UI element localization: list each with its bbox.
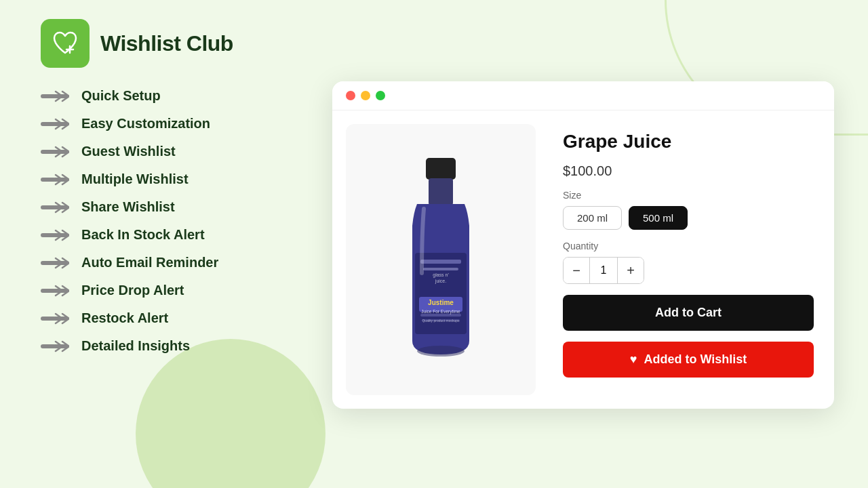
sidebar-item-detailed-insights[interactable]: Detailed Insights <box>41 338 218 354</box>
product-name: Grape Juice <box>563 131 814 152</box>
sidebar-item-easy-customization[interactable]: Easy Customization <box>41 116 218 131</box>
quantity-decrease-button[interactable]: − <box>564 258 589 283</box>
browser-dot-red[interactable] <box>346 91 355 100</box>
quantity-value: 1 <box>589 258 618 283</box>
sidebar-item-label: Back In Stock Alert <box>81 227 205 243</box>
sidebar: Quick Setup Easy Customization <box>41 88 218 354</box>
arrow-icon <box>41 228 69 242</box>
size-label: Size <box>563 190 814 201</box>
product-image-container: glass n' juice. Justime Juice For Everyt… <box>346 124 536 395</box>
browser-window: glass n' juice. Justime Juice For Everyt… <box>332 81 834 409</box>
heart-icon: ♥ <box>630 352 637 367</box>
browser-bar <box>332 81 834 110</box>
svg-rect-23 <box>429 178 453 205</box>
svg-text:Quality product mockups: Quality product mockups <box>422 319 460 323</box>
browser-dot-yellow[interactable] <box>361 91 370 100</box>
header: Wishlist Club <box>0 0 868 81</box>
svg-text:Juice For Everytime: Juice For Everytime <box>421 309 460 314</box>
size-btn-200ml[interactable]: 200 ml <box>563 206 622 230</box>
size-btn-500ml[interactable]: 500 ml <box>629 206 688 230</box>
sidebar-item-quick-setup[interactable]: Quick Setup <box>41 88 218 104</box>
quantity-increase-button[interactable]: + <box>618 258 644 283</box>
svg-text:Justime: Justime <box>428 299 454 306</box>
svg-rect-22 <box>426 158 456 180</box>
svg-rect-26 <box>423 268 458 270</box>
sidebar-item-restock-alert[interactable]: Restock Alert <box>41 310 218 326</box>
app-title: Wishlist Club <box>100 31 233 56</box>
quantity-section: Quantity − 1 + <box>563 241 814 284</box>
svg-point-35 <box>417 346 465 357</box>
sidebar-item-multiple-wishlist[interactable]: Multiple Wishlist <box>41 171 218 187</box>
arrow-icon <box>41 201 69 214</box>
arrow-icon <box>41 89 69 103</box>
logo-box <box>41 19 90 68</box>
sidebar-item-label: Price Drop Alert <box>81 283 184 298</box>
arrow-icon <box>41 340 69 353</box>
size-section: Size 200 ml 500 ml <box>563 190 814 230</box>
quantity-control: − 1 + <box>563 257 644 284</box>
sidebar-item-label: Guest Wishlist <box>81 144 176 159</box>
sidebar-item-back-in-stock-alert[interactable]: Back In Stock Alert <box>41 227 218 243</box>
arrow-icon <box>41 312 69 325</box>
add-to-cart-button[interactable]: Add to Cart <box>563 295 814 331</box>
sidebar-item-auto-email-reminder[interactable]: Auto Email Reminder <box>41 255 218 270</box>
sidebar-item-label: Detailed Insights <box>81 338 190 354</box>
sidebar-item-label: Auto Email Reminder <box>81 255 218 270</box>
size-options: 200 ml 500 ml <box>563 206 814 230</box>
sidebar-item-label: Restock Alert <box>81 310 168 326</box>
arrow-icon <box>41 173 69 186</box>
browser-dot-green[interactable] <box>376 91 385 100</box>
product-price: $100.00 <box>563 163 814 179</box>
wishlist-label: Added to Wishlist <box>644 352 747 367</box>
product-details: Grape Juice $100.00 Size 200 ml 500 ml Q… <box>549 124 821 395</box>
svg-text:glass n': glass n' <box>433 272 449 278</box>
svg-rect-28 <box>420 314 461 317</box>
arrow-icon <box>41 284 69 298</box>
bg-decoration-blob <box>136 339 326 488</box>
svg-text:juice.: juice. <box>435 279 446 284</box>
sidebar-item-label: Easy Customization <box>81 116 210 131</box>
added-to-wishlist-button[interactable]: ♥ Added to Wishlist <box>563 342 814 378</box>
arrow-icon <box>41 256 69 270</box>
sidebar-item-guest-wishlist[interactable]: Guest Wishlist <box>41 144 218 159</box>
sidebar-item-label: Multiple Wishlist <box>81 171 189 187</box>
sidebar-item-label: Quick Setup <box>81 88 161 104</box>
product-area: glass n' juice. Justime Juice For Everyt… <box>332 110 834 409</box>
sidebar-item-price-drop-alert[interactable]: Price Drop Alert <box>41 283 218 298</box>
sidebar-item-share-wishlist[interactable]: Share Wishlist <box>41 199 218 215</box>
svg-rect-25 <box>420 260 461 264</box>
product-image: glass n' juice. Justime Juice For Everyt… <box>387 151 495 368</box>
sidebar-item-label: Share Wishlist <box>81 199 175 215</box>
arrow-icon <box>41 145 69 159</box>
arrow-icon <box>41 117 69 131</box>
logo-icon <box>50 28 80 58</box>
quantity-label: Quantity <box>563 241 814 251</box>
